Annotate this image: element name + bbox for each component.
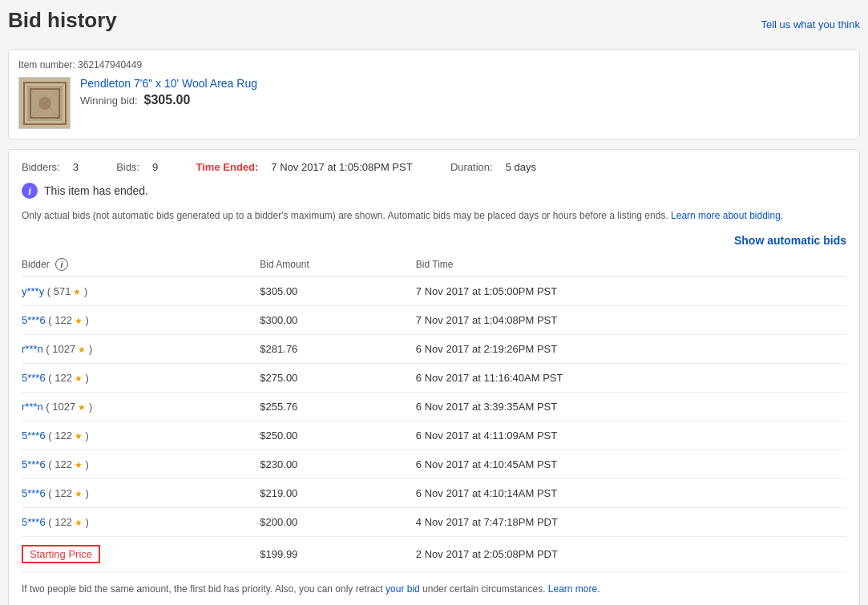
col-bidder: Bidder i [22,253,260,276]
table-row: 5***6 ( 122 ★ )$230.006 Nov 2017 at 4:10… [22,450,846,479]
bidder-link[interactable]: 5***6 [22,487,46,499]
disclaimer-link[interactable]: Learn more about bidding. [671,210,783,221]
bidder-link[interactable]: r***n [22,401,43,413]
bidder-cell: r***n ( 1027 ★ ) [22,393,260,421]
bid-history-card: Bidders: 3 Bids: 9 Time Ended: 7 Nov 201… [8,149,860,605]
bid-time-cell: 6 Nov 2017 at 2:19:26PM PST [416,335,846,364]
footer-learn-more-link[interactable]: Learn more. [548,583,600,595]
bidder-cell: 5***6 ( 122 ★ ) [22,421,260,450]
table-row: 5***6 ( 122 ★ )$275.006 Nov 2017 at 11:1… [22,364,846,393]
item-number-label: Item number: [18,59,75,71]
bidder-rating: ( 122 ★ ) [46,487,89,499]
bidder-rating: ( 1027 ★ ) [43,401,93,413]
show-auto-bids-row: Show automatic bids [22,234,846,247]
bid-amount-cell: $281.76 [260,335,416,364]
bid-time-cell: 6 Nov 2017 at 4:10:14AM PST [416,479,846,508]
bid-time-cell: 6 Nov 2017 at 4:11:09AM PST [416,421,846,450]
bidder-link[interactable]: 5***6 [22,516,46,528]
page-title: Bid history [8,8,117,33]
bidder-link[interactable]: 5***6 [22,372,46,384]
bidder-cell: 5***6 ( 122 ★ ) [22,479,260,508]
star-icon: ★ [72,489,83,498]
bid-time-cell: 4 Nov 2017 at 7:47:18PM PDT [416,508,846,537]
bidder-cell: 5***6 ( 122 ★ ) [22,306,260,335]
bid-time-cell: 7 Nov 2017 at 1:04:08PM PST [416,306,846,335]
table-row: r***n ( 1027 ★ )$281.766 Nov 2017 at 2:1… [22,335,846,364]
star-icon: ★ [72,460,83,470]
item-number: Item number: 362147940449 [18,59,850,71]
bidder-rating: ( 122 ★ ) [46,430,89,442]
info-icon: i [22,183,38,199]
footer-note: If two people bid the same amount, the f… [22,582,846,596]
time-ended-value: 7 Nov 2017 at 1:05:08PM PST [271,161,412,173]
table-row: r***n ( 1027 ★ )$255.766 Nov 2017 at 3:3… [22,393,846,421]
starting-price-row: Starting Price$199.992 Nov 2017 at 2:05:… [22,537,846,572]
disclaimer-text: Only actual bids (not automatic bids gen… [22,208,846,223]
tell-us-link[interactable]: Tell us what you think [761,18,860,30]
bidder-link[interactable]: r***n [22,343,43,355]
bidder-rating: ( 1027 ★ ) [43,343,93,355]
time-ended-label: Time Ended: [196,161,259,173]
star-icon: ★ [75,402,86,412]
footer-retract-link[interactable]: your bid [386,583,420,595]
winning-bid-amount: $305.00 [144,93,191,107]
bid-amount-cell: $300.00 [260,306,416,335]
bidder-cell: 5***6 ( 122 ★ ) [22,450,260,479]
bidder-cell: 5***6 ( 122 ★ ) [22,508,260,537]
bid-amount-cell: $250.00 [260,421,416,450]
bidder-link[interactable]: 5***6 [22,458,46,470]
table-row: 5***6 ( 122 ★ )$219.006 Nov 2017 at 4:10… [22,479,846,508]
star-icon: ★ [72,518,83,527]
bid-amount-cell: $230.00 [260,450,416,479]
table-row: y***y ( 571 ★ )$305.007 Nov 2017 at 1:05… [22,276,846,306]
bid-amount-cell: $305.00 [260,276,416,306]
star-icon: ★ [71,287,81,296]
item-info: Pendleton 7'6" x 10' Wool Area Rug Winni… [80,77,257,107]
bidder-info-icon[interactable]: i [55,258,68,271]
show-automatic-bids-button[interactable]: Show automatic bids [734,234,846,247]
star-icon: ★ [72,373,83,383]
separator-3 [429,161,434,173]
item-number-value: 362147940449 [78,59,142,71]
starting-price-amount: $199.99 [260,537,416,572]
bidder-link[interactable]: 5***6 [22,430,46,442]
table-row: 5***6 ( 122 ★ )$250.006 Nov 2017 at 4:11… [22,421,846,450]
disclaimer-body: Only actual bids (not automatic bids gen… [22,210,668,221]
bidder-link[interactable]: y***y [22,285,44,297]
stats-row: Bidders: 3 Bids: 9 Time Ended: 7 Nov 201… [22,161,846,173]
bidder-rating: ( 122 ★ ) [46,372,89,384]
item-title[interactable]: Pendleton 7'6" x 10' Wool Area Rug [80,77,257,90]
bidder-link[interactable]: 5***6 [22,314,46,326]
starting-price-label: Starting Price [22,537,260,572]
bids-table: Bidder i Bid Amount Bid Time y***y ( 571… [22,253,846,572]
duration-label: Duration: [450,161,493,173]
bid-amount-cell: $255.76 [260,393,416,421]
item-card: Item number: 362147940449 Pendleton 7'6"… [8,49,860,139]
bidder-cell: r***n ( 1027 ★ ) [22,335,260,364]
star-icon: ★ [72,316,83,325]
col-bid-time: Bid Time [416,253,846,276]
separator-1 [95,161,100,173]
table-row: 5***6 ( 122 ★ )$200.004 Nov 2017 at 7:47… [22,508,846,537]
duration-value: 5 days [506,161,536,173]
footer-note-text-2: under certain circumstances. [422,583,545,595]
bid-time-cell: 6 Nov 2017 at 3:39:35AM PST [416,393,846,421]
starting-price-time: 2 Nov 2017 at 2:05:08PM PDT [416,537,846,572]
bidder-rating: ( 122 ★ ) [46,516,89,528]
bidder-rating: ( 122 ★ ) [46,314,89,326]
winning-bid-label: Winning bid: [80,95,138,107]
table-header-row: Bidder i Bid Amount Bid Time [22,253,846,276]
col-bid-amount: Bid Amount [260,253,416,276]
star-icon: ★ [72,431,83,441]
ended-notice-text: This item has ended. [44,184,148,197]
bid-time-cell: 7 Nov 2017 at 1:05:00PM PST [416,276,846,306]
bid-amount-cell: $200.00 [260,508,416,537]
bidders-value: 3 [73,161,79,173]
bidder-rating: ( 571 ★ ) [44,285,87,297]
bidder-rating: ( 122 ★ ) [46,458,89,470]
footer-note-text: If two people bid the same amount, the f… [22,583,383,595]
bidder-cell: y***y ( 571 ★ ) [22,276,260,306]
ended-notice: i This item has ended. [22,183,846,199]
table-row: 5***6 ( 122 ★ )$300.007 Nov 2017 at 1:04… [22,306,846,335]
bids-label: Bids: [116,161,139,173]
